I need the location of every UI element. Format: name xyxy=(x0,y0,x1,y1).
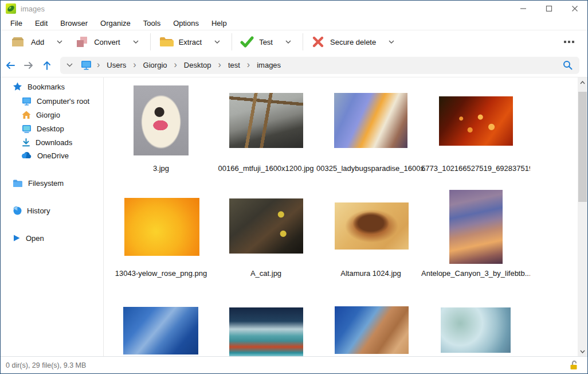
toolbar-separator xyxy=(150,33,151,50)
menu-file[interactable]: File xyxy=(6,17,27,29)
toolbar-separator xyxy=(232,33,232,50)
menu-help[interactable]: Help xyxy=(207,17,232,29)
chevron-down-icon xyxy=(285,40,291,44)
extract-dropdown[interactable] xyxy=(206,33,228,51)
file-label[interactable]: 00166_mtfuji_1600x1200.jpg xyxy=(211,164,320,173)
chevron-down-icon xyxy=(580,350,585,353)
file-thumbnail[interactable] xyxy=(229,307,303,356)
lock-open-icon xyxy=(569,360,578,370)
breadcrumb-desktop[interactable]: Desktop xyxy=(178,58,217,72)
file-thumbnail[interactable] xyxy=(123,307,198,354)
file-thumbnail[interactable] xyxy=(334,93,407,148)
chevron-down-icon xyxy=(133,40,139,44)
menu-edit[interactable]: Edit xyxy=(30,17,52,29)
toolbar-more-button[interactable] xyxy=(561,38,577,46)
monitor-icon xyxy=(22,97,32,106)
menu-browser[interactable]: Browser xyxy=(56,17,92,29)
minimize-icon xyxy=(520,5,527,12)
sidebar-item-label: Open xyxy=(26,234,44,243)
star-icon xyxy=(13,82,22,91)
test-check-icon xyxy=(240,35,254,49)
breadcrumb-separator-icon: › xyxy=(96,60,101,69)
cloud-icon xyxy=(22,152,32,159)
extract-button[interactable]: Extract xyxy=(154,33,206,51)
back-button[interactable] xyxy=(2,57,19,74)
scrollbar-thumb[interactable] xyxy=(578,92,587,202)
ellipsis-icon xyxy=(564,41,566,43)
file-thumbnail[interactable] xyxy=(335,306,409,354)
breadcrumb-separator-icon: › xyxy=(132,60,137,69)
up-button[interactable] xyxy=(38,57,56,74)
sidebar-item-label: Computer's root xyxy=(37,97,89,106)
breadcrumb-separator-icon: › xyxy=(246,60,251,69)
arrow-left-icon xyxy=(5,61,15,70)
file-label[interactable]: 5773_102166527519_692837519_... xyxy=(421,164,530,173)
sidebar-item-giorgio[interactable]: Giorgio xyxy=(1,108,103,122)
file-label[interactable]: 00325_ladybugsparadise_1600x... xyxy=(316,164,425,173)
secure-delete-dropdown[interactable] xyxy=(381,33,402,51)
minimize-button[interactable] xyxy=(510,1,536,17)
file-label[interactable]: Altamura 1024.jpg xyxy=(316,269,425,278)
breadcrumb-giorgio[interactable]: Giorgio xyxy=(138,58,173,72)
sidebar-item-computers-root[interactable]: Computer's root xyxy=(1,94,103,108)
add-button[interactable]: Add xyxy=(5,33,49,51)
file-thumbnail[interactable] xyxy=(335,202,409,250)
sidebar-item-history[interactable]: History xyxy=(1,204,103,217)
sidebar-item-filesystem[interactable]: Filesystem xyxy=(1,176,103,190)
window-title: images xyxy=(21,5,45,13)
forward-button[interactable] xyxy=(20,57,37,74)
file-thumbnail[interactable] xyxy=(229,93,303,148)
sidebar-item-label: Bookmarks xyxy=(28,83,65,91)
file-label[interactable]: A_cat.jpg xyxy=(211,269,320,278)
sidebar-item-onedrive[interactable]: OneDrive xyxy=(1,149,103,162)
ellipsis-icon xyxy=(568,41,570,43)
convert-icon xyxy=(75,35,89,49)
sidebar-item-downloads[interactable]: Downloads xyxy=(1,135,103,149)
main-area: Bookmarks Computer's root Giorgio xyxy=(1,77,587,356)
search-button[interactable] xyxy=(558,57,577,74)
sidebar-item-bookmarks[interactable]: Bookmarks xyxy=(1,80,103,94)
vertical-scrollbar[interactable] xyxy=(578,77,587,356)
secure-delete-button[interactable]: Secure delete xyxy=(307,33,381,51)
menu-tools[interactable]: Tools xyxy=(139,17,165,29)
convert-label: Convert xyxy=(94,38,120,46)
file-thumbnail[interactable] xyxy=(229,198,303,254)
file-thumbnail[interactable] xyxy=(134,85,189,155)
breadcrumb-expand-button[interactable] xyxy=(62,63,77,67)
maximize-button[interactable] xyxy=(536,1,562,17)
file-label[interactable]: Antelope_Canyon_3_by_lifebtb.... xyxy=(421,269,530,278)
file-thumbnail[interactable] xyxy=(439,96,513,146)
sidebar: Bookmarks Computer's root Giorgio xyxy=(1,77,104,356)
privilege-lock-button[interactable] xyxy=(569,360,578,370)
scroll-up-button[interactable] xyxy=(578,77,587,87)
file-thumbnail[interactable] xyxy=(124,198,199,256)
test-button[interactable]: Test xyxy=(236,33,277,51)
breadcrumb-root-button[interactable] xyxy=(77,60,96,70)
test-dropdown[interactable] xyxy=(277,33,299,51)
file-label[interactable]: 3.jpg xyxy=(107,164,215,173)
chevron-down-icon xyxy=(214,40,220,44)
peazip-window: images File Edit Browser Organize Tools … xyxy=(0,0,588,374)
convert-button[interactable]: Convert xyxy=(70,33,125,51)
convert-dropdown[interactable] xyxy=(125,33,147,51)
breadcrumb-users[interactable]: Users xyxy=(101,58,132,72)
scroll-down-button[interactable] xyxy=(578,346,587,356)
breadcrumb: › Users › Giorgio › Desktop › test › ima… xyxy=(60,57,579,74)
menu-options[interactable]: Options xyxy=(168,17,203,29)
file-grid: 3.jpg 00166_mtfuji_1600x1200.jpg 00325_l… xyxy=(104,77,578,356)
file-thumbnail[interactable] xyxy=(449,190,503,264)
file-thumbnail[interactable] xyxy=(441,307,511,353)
breadcrumb-images[interactable]: images xyxy=(251,58,287,72)
toolbar-separator xyxy=(303,33,303,50)
close-button[interactable] xyxy=(562,1,587,17)
menu-organize[interactable]: Organize xyxy=(96,17,135,29)
breadcrumb-test[interactable]: test xyxy=(222,58,246,72)
sidebar-item-desktop[interactable]: Desktop xyxy=(1,122,103,135)
sidebar-item-open[interactable]: Open xyxy=(1,231,103,245)
desktop-icon xyxy=(22,124,32,133)
chevron-down-icon xyxy=(66,63,73,67)
chevron-up-icon xyxy=(580,81,585,84)
file-label[interactable]: 13043-yelow_rose_png.png xyxy=(107,269,215,278)
add-dropdown[interactable] xyxy=(49,33,70,51)
download-icon xyxy=(22,138,30,147)
